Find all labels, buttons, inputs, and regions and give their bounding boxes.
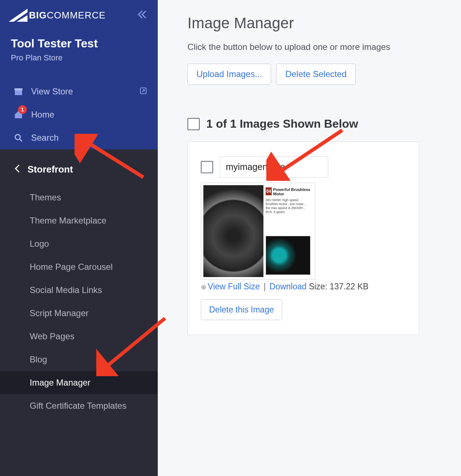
submenu-title: Storefront [28, 164, 73, 175]
nav-label: Home [31, 110, 54, 120]
nav-label: View Store [31, 86, 73, 97]
image-thumbnail[interactable]: 04 Powerful Brushless Motor 36V 500W Hig… [201, 183, 315, 280]
submenu-storefront: Storefront ThemesTheme MarketplaceLogoHo… [0, 149, 158, 476]
submenu-item-gift-certificate-templates[interactable]: Gift Certificate Templates [0, 394, 158, 417]
plan-label: Pro Plan Store [7, 53, 147, 63]
delete-image-button[interactable]: Delete this Image [201, 299, 282, 320]
external-link-icon [140, 87, 147, 96]
delete-selected-button[interactable]: Delete Selected [276, 64, 355, 85]
sidebar: BIGCOMMERCE Tool Tester Test Pro Plan St… [0, 0, 158, 476]
collapse-sidebar-icon[interactable] [138, 10, 147, 21]
submenu-item-themes[interactable]: Themes [0, 186, 158, 209]
zoom-icon: ⊕ [201, 284, 206, 291]
thumb-inset [266, 236, 310, 275]
thumb-caption-desc: 36V 500W High speed brushles motor , low… [266, 198, 310, 214]
submenu-item-theme-marketplace[interactable]: Theme Marketplace [0, 209, 158, 232]
submenu-item-web-pages[interactable]: Web Pages [0, 325, 158, 348]
submenu-item-script-manager[interactable]: Script Manager [0, 302, 158, 325]
submenu-item-home-page-carousel[interactable]: Home Page Carousel [0, 255, 158, 279]
page-description: Click the button below to upload one or … [187, 42, 461, 52]
store-name: Tool Tester Test [7, 37, 147, 50]
thumb-info: 04 Powerful Brushless Motor 36V 500W Hig… [263, 185, 313, 277]
action-buttons: Upload Images... Delete Selected [187, 64, 461, 85]
image-name-input[interactable] [220, 156, 328, 178]
brand-text: BIGCOMMERCE [29, 10, 106, 21]
page-title: Image Manager [187, 14, 461, 32]
main-content: Image Manager Click the button below to … [158, 0, 461, 476]
nav-view-store[interactable]: View Store [0, 80, 158, 103]
nav-search[interactable]: Search [0, 126, 158, 149]
view-full-size-link[interactable]: View Full Size [208, 282, 260, 291]
image-meta: ⊕View Full Size | Download Size: 137.22 … [201, 282, 408, 292]
submenu-back[interactable]: Storefront [0, 160, 158, 186]
submenu-item-blog[interactable]: Blog [0, 348, 158, 371]
list-header: 1 of 1 Images Shown Below [187, 117, 461, 131]
thumb-photo [203, 185, 263, 277]
svg-point-5 [15, 135, 20, 140]
image-card: 04 Powerful Brushless Motor 36V 500W Hig… [187, 141, 419, 335]
thumb-caption-title: Powerful Brushless Motor [273, 187, 310, 196]
image-checkbox[interactable] [201, 161, 213, 173]
card-header [201, 156, 408, 178]
nav-home[interactable]: 1 Home [0, 103, 158, 126]
brand-logo[interactable]: BIGCOMMERCE [7, 7, 106, 23]
submenu-item-image-manager[interactable]: Image Manager [0, 371, 158, 394]
search-icon [13, 133, 24, 143]
submenu-item-social-media-links[interactable]: Social Media Links [0, 279, 158, 302]
svg-line-6 [20, 139, 22, 141]
size-value: 137.22 KB [330, 282, 368, 291]
submenu-item-logo[interactable]: Logo [0, 232, 158, 255]
thumb-tag: 04 [266, 187, 272, 195]
logo-mark-icon [7, 7, 29, 23]
list-title: 1 of 1 Images Shown Below [206, 117, 358, 131]
home-badge: 1 [18, 105, 27, 114]
svg-rect-3 [15, 90, 22, 95]
select-all-checkbox[interactable] [187, 118, 200, 130]
chevron-left-icon [14, 164, 20, 175]
nav-label: Search [31, 133, 59, 143]
store-icon [13, 87, 24, 96]
download-link[interactable]: Download [270, 282, 306, 291]
logo-row: BIGCOMMERCE [7, 7, 147, 23]
upload-images-button[interactable]: Upload Images... [187, 64, 271, 85]
sidebar-header: BIGCOMMERCE Tool Tester Test Pro Plan St… [0, 0, 158, 80]
size-label: Size: [309, 282, 327, 291]
